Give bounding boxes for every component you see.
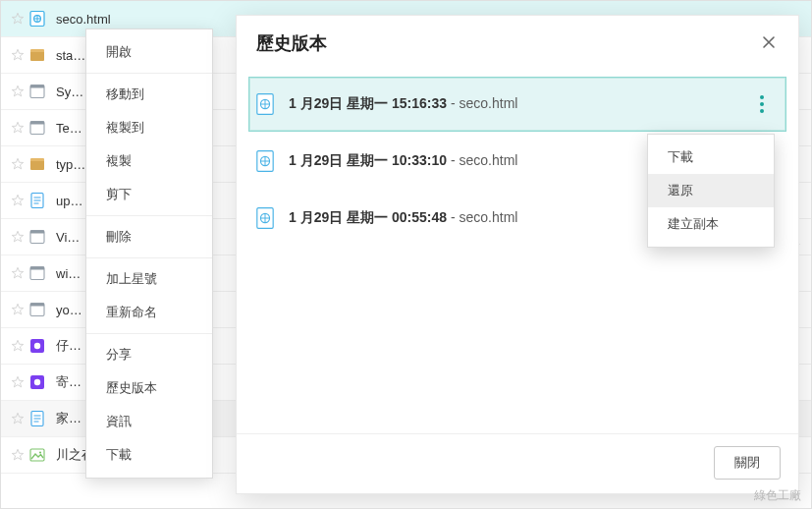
file-type-icon (28, 192, 46, 209)
svg-rect-12 (30, 231, 44, 234)
svg-rect-5 (30, 85, 44, 88)
context-menu-item[interactable]: 加上星號 (86, 262, 212, 296)
menu-separator (86, 257, 212, 258)
svg-point-23 (39, 451, 41, 453)
version-menu-item[interactable]: 還原 (648, 174, 774, 207)
svg-rect-8 (30, 160, 44, 170)
menu-separator (86, 73, 212, 74)
context-menu-item[interactable]: 開啟 (86, 35, 212, 69)
star-icon[interactable] (7, 230, 28, 244)
file-type-icon (255, 149, 275, 173)
file-type-icon (255, 92, 275, 116)
svg-rect-9 (30, 158, 44, 161)
context-menu-item[interactable]: 複製到 (86, 111, 212, 144)
svg-rect-14 (30, 267, 44, 270)
file-type-icon (28, 228, 46, 246)
star-icon[interactable] (7, 375, 28, 389)
version-label: 1 月29日 星期一 10:33:10 - seco.html (289, 152, 517, 170)
version-label: 1 月29日 星期一 00:55:48 - seco.html (289, 209, 517, 227)
context-menu-item[interactable]: 複製 (86, 144, 212, 178)
file-type-icon (28, 337, 46, 355)
file-type-icon (255, 206, 275, 230)
file-type-icon (28, 301, 46, 318)
star-icon[interactable] (7, 448, 28, 462)
file-type-icon (28, 446, 46, 464)
version-menu-item[interactable]: 建立副本 (648, 207, 774, 241)
svg-rect-2 (30, 51, 44, 61)
svg-point-26 (760, 95, 764, 99)
context-menu-item[interactable]: 剪下 (86, 178, 212, 211)
menu-separator (86, 215, 212, 216)
file-type-icon (28, 373, 46, 391)
context-menu-item[interactable]: 資訊 (86, 405, 212, 438)
svg-point-28 (760, 109, 764, 113)
version-row[interactable]: 1 月29日 星期一 15:16:33 - seco.html (248, 77, 786, 132)
svg-point-18 (34, 343, 40, 349)
svg-rect-22 (30, 449, 44, 461)
close-button[interactable]: 關閉 (714, 446, 781, 480)
version-action-menu: 下載還原建立副本 (647, 134, 775, 248)
svg-point-20 (34, 379, 40, 385)
file-type-icon (28, 264, 46, 282)
version-list: 1 月29日 星期一 15:16:33 - seco.html1 月29日 星期… (237, 69, 798, 433)
file-type-icon (28, 410, 46, 427)
file-type-icon (28, 155, 46, 173)
svg-rect-16 (30, 304, 44, 307)
close-icon[interactable] (759, 33, 779, 53)
star-icon[interactable] (7, 85, 28, 98)
context-menu-item[interactable]: 分享 (86, 338, 212, 371)
version-label: 1 月29日 星期一 15:16:33 - seco.html (289, 95, 517, 113)
context-menu-item[interactable]: 刪除 (86, 220, 212, 254)
file-type-icon (28, 46, 46, 64)
star-icon[interactable] (7, 121, 28, 135)
star-icon[interactable] (7, 194, 28, 207)
context-menu-item[interactable]: 下載 (86, 438, 212, 472)
context-menu-item[interactable]: 重新命名 (86, 296, 212, 329)
svg-rect-3 (30, 49, 44, 52)
file-type-icon (28, 10, 46, 28)
star-icon[interactable] (7, 303, 28, 316)
star-icon[interactable] (7, 12, 28, 26)
dialog-title: 歷史版本 (256, 31, 327, 55)
star-icon[interactable] (7, 339, 28, 353)
star-icon[interactable] (7, 48, 28, 62)
svg-point-27 (760, 102, 764, 106)
svg-rect-7 (30, 122, 44, 125)
file-type-icon (28, 119, 46, 137)
version-history-dialog: 歷史版本 1 月29日 星期一 15:16:33 - seco.html1 月2… (236, 15, 799, 494)
star-icon[interactable] (7, 266, 28, 280)
more-icon[interactable] (750, 92, 774, 116)
file-context-menu: 開啟移動到複製到複製剪下刪除加上星號重新命名分享歷史版本資訊下載 (85, 28, 213, 479)
context-menu-item[interactable]: 移動到 (86, 78, 212, 111)
context-menu-item[interactable]: 歷史版本 (86, 371, 212, 405)
star-icon[interactable] (7, 412, 28, 425)
version-menu-item[interactable]: 下載 (648, 141, 774, 174)
star-icon[interactable] (7, 157, 28, 171)
menu-separator (86, 333, 212, 334)
file-type-icon (28, 83, 46, 100)
